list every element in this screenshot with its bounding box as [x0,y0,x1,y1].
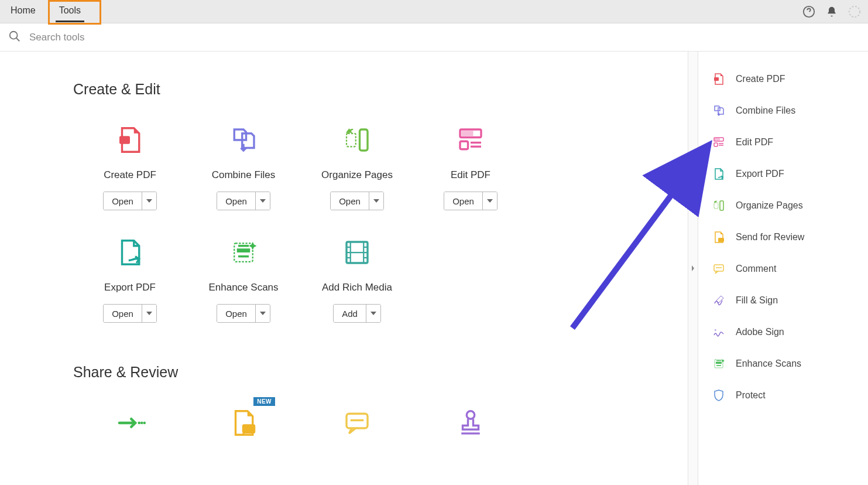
comment-icon [338,404,376,442]
tool-label: Add Rich Media [322,282,392,293]
tool-action-label: Open [217,305,256,322]
tool-action-button[interactable]: Open [103,192,157,210]
tool-action-label: Open [104,305,142,322]
chevron-down-icon[interactable] [142,305,156,322]
tool-tile-compare[interactable] [73,476,187,485]
sidepanel-label: Export PDF [736,169,784,179]
tool-tile-stamp[interactable] [414,404,527,452]
sidepanel-label: Send for Review [736,232,804,243]
chevron-down-icon[interactable] [256,305,270,322]
tool-action-label: Add [334,305,366,322]
section-title-create-edit: Create & Edit [73,81,635,98]
combine-files-icon [225,121,262,159]
svg-rect-37 [718,238,724,242]
tool-label: Combine Files [212,169,276,181]
tool-tile-rich-media[interactable]: Add Rich MediaAdd [300,234,414,323]
chevron-down-icon[interactable] [483,192,497,210]
bell-icon[interactable] [826,6,838,18]
sidepanel-item-combine-files[interactable]: Combine Files [708,95,859,127]
export-pdf-icon [111,234,149,271]
tool-tile-export-pdf[interactable]: Export PDFOpen [73,234,187,323]
panel-collapse-gutter[interactable] [688,52,698,485]
adobe-sign-icon: x [711,325,726,340]
sidepanel-item-edit-pdf[interactable]: Edit PDF [708,127,859,158]
tool-action-button[interactable]: Open [444,192,498,210]
svg-point-0 [804,6,814,16]
sidepanel-item-organize-pages[interactable]: Organize Pages [708,190,859,221]
tool-action-button[interactable]: Add [333,304,381,323]
tool-action-button[interactable]: Open [217,304,270,323]
sidepanel-label: Protect [736,390,766,401]
tool-action-button[interactable]: Open [103,304,157,323]
tool-tile-edit-pdf[interactable]: Edit PDFOpen [414,121,527,210]
tab-home[interactable]: Home [7,1,39,22]
tool-action-label: Open [217,192,256,210]
svg-rect-36 [714,203,718,209]
tool-tile-create-pdf[interactable]: Create PDFOpen [73,121,187,210]
tool-label: Edit PDF [451,169,490,181]
combine-files-icon [711,103,726,118]
enhance-scans-icon [711,356,726,371]
sidepanel-item-create-pdf[interactable]: Create PDF [708,63,859,95]
sidepanel-item-adobe-sign[interactable]: xAdobe Sign [708,316,859,348]
main-panel: Create & Edit Create PDFOpenCombine File… [0,52,688,485]
help-icon[interactable] [802,5,815,18]
sidepanel-label: Fill & Sign [736,295,778,306]
search-bar [0,23,868,52]
fill-sign-icon [711,293,726,308]
new-badge: NEW [253,397,275,406]
tool-tile-comment[interactable] [300,404,414,452]
tool-action-label: Open [444,192,483,210]
svg-point-1 [849,6,860,16]
tab-tools[interactable]: Tools [56,1,84,22]
search-input[interactable] [29,32,380,43]
svg-point-23 [143,422,146,425]
stamp-icon [452,404,489,442]
sidepanel-item-fill-sign[interactable]: Fill & Sign [708,285,859,316]
tool-tile-share[interactable] [73,404,187,452]
svg-rect-31 [715,138,720,141]
tool-label: Organize Pages [321,169,393,181]
tool-action-button[interactable]: Open [217,192,270,210]
send-review-icon: NEW [225,404,262,442]
sidepanel-label: Enhance Scans [736,358,801,369]
svg-rect-4 [360,129,368,151]
organize-pages-icon [338,121,376,159]
sidepanel-label: Comment [736,264,776,274]
export-pdf-icon [711,166,726,182]
tool-tile-organize-pages[interactable]: Organize PagesOpen [300,121,414,210]
chevron-down-icon[interactable] [369,192,383,210]
svg-rect-3 [119,136,130,144]
svg-point-2 [10,31,18,39]
sidepanel-item-export-pdf[interactable]: Export PDF [708,158,859,190]
tool-action-button[interactable]: Open [330,192,384,210]
svg-rect-7 [461,131,473,136]
send-review-icon [711,230,726,245]
tool-tile-send-review[interactable]: NEW [187,404,300,452]
side-panel: Create PDFCombine FilesEdit PDFExport PD… [698,52,868,485]
tool-tile-enhance-scans[interactable]: Enhance ScansOpen [187,234,300,323]
protect-icon [711,388,726,403]
create-pdf-icon [711,71,726,87]
sidepanel-item-comment[interactable]: Comment [708,253,859,285]
svg-rect-5 [346,134,356,147]
tool-label: Export PDF [104,282,156,293]
share-icon [111,404,149,442]
chevron-down-icon[interactable] [366,305,380,322]
organize-pages-icon [711,198,726,213]
sidepanel-item-enhance-scans[interactable]: Enhance Scans [708,348,859,380]
svg-point-27 [466,411,475,419]
chevron-down-icon[interactable] [142,192,156,210]
chevron-down-icon[interactable] [256,192,270,210]
svg-rect-29 [714,77,719,81]
svg-rect-8 [460,141,468,149]
edit-pdf-icon [452,121,489,159]
tool-tile-combine-files[interactable]: Combine FilesOpen [187,121,300,210]
enhance-scans-icon [225,234,262,271]
sidepanel-item-protect[interactable]: Protect [708,380,859,411]
create-pdf-icon [111,121,149,159]
sidepanel-label: Create PDF [736,74,785,84]
sidepanel-item-send-review[interactable]: Send for Review [708,221,859,253]
activity-icon[interactable] [848,5,861,18]
tab-strip: Home Tools [7,1,84,22]
